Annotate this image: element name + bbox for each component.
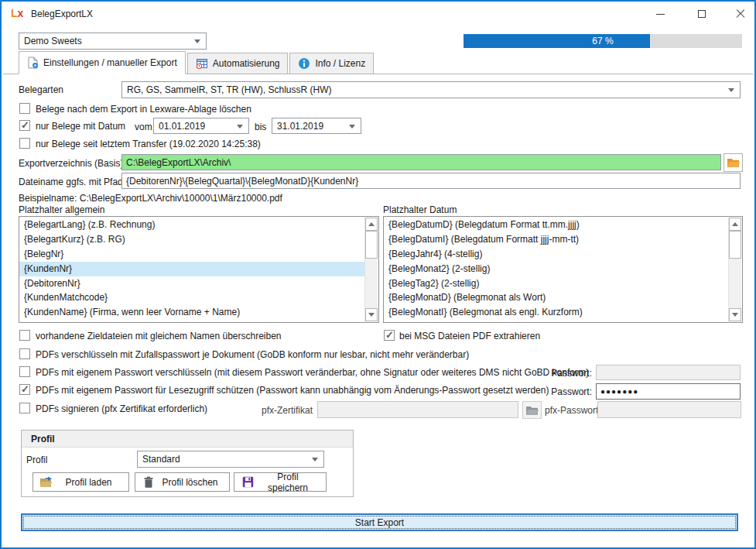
info-icon xyxy=(298,57,310,70)
scrollbar[interactable] xyxy=(364,218,378,321)
date-filter-checkbox[interactable] xyxy=(19,120,30,131)
close-button[interactable] xyxy=(727,2,754,26)
random-password-checkbox[interactable] xyxy=(19,348,30,359)
delete-after-export-checkbox[interactable] xyxy=(19,103,30,114)
date-from-label: vom xyxy=(135,122,152,132)
app-logo-icon: Lx xyxy=(11,7,28,22)
list-item[interactable]: {BelegMonatI} (Belegmonat als engl. Kurz… xyxy=(384,305,728,320)
tab-info[interactable]: Info / Lizenz xyxy=(289,53,374,74)
arrow-down-icon xyxy=(368,313,375,320)
list-item[interactable]: {KundenName} (Firma, wenn leer Vorname +… xyxy=(19,305,364,320)
tab-automation-label: Automatisierung xyxy=(213,58,280,69)
overwrite-checkbox[interactable] xyxy=(19,330,30,341)
profil-select[interactable]: Standard xyxy=(137,451,324,468)
list-item[interactable]: {KundenNr} xyxy=(19,262,364,276)
sign-pdf-label: PDFs signieren (pfx Zertifikat erforderl… xyxy=(36,403,207,414)
read-password-checkbox[interactable] xyxy=(19,384,30,395)
browse-export-dir-button[interactable] xyxy=(724,153,743,172)
overwrite-label: vorhandene Zieldateien mit gleichem Name… xyxy=(36,331,282,341)
maximize-button[interactable] xyxy=(689,2,715,26)
list-item[interactable]: {BelegDatumD} (Belegdatum Format tt.mm.j… xyxy=(384,218,728,232)
profil-delete-label: Profil löschen xyxy=(162,477,229,488)
filename-label: Dateiname ggfs. mit Pfad xyxy=(19,177,123,187)
list-item[interactable]: {BelegartLang} (z.B. Rechnung) xyxy=(19,218,364,232)
chevron-down-icon xyxy=(194,39,200,46)
list-item[interactable]: {BelegJahr2} (2-stellig) xyxy=(384,320,728,322)
scroll-up-button[interactable] xyxy=(729,218,741,231)
date-from-picker[interactable]: 01.01.2019 xyxy=(153,118,249,134)
tab-settings[interactable]: Einstellungen / manueller Export xyxy=(19,51,186,74)
sign-pdf-checkbox[interactable] xyxy=(19,403,30,413)
delete-after-export-label: Belege nach dem Export in Lexware-Ablage… xyxy=(36,104,251,115)
profil-box-title: Profil xyxy=(22,431,353,448)
placeholders-date-label: Platzhalter Datum xyxy=(383,204,457,215)
tab-strip: Einstellungen / manueller Export Automat… xyxy=(19,51,374,74)
maximize-icon xyxy=(698,10,706,18)
profil-select-value: Standard xyxy=(142,454,180,465)
scrollbar-thumb[interactable] xyxy=(729,231,741,259)
example-name-text: Beispielname: C:\BelegExportLX\Archiv\10… xyxy=(19,193,282,204)
scrollbar-thumb[interactable] xyxy=(365,231,378,259)
company-select[interactable]: Demo Sweets xyxy=(19,33,207,50)
list-item[interactable]: {BelegTag2} (2-stellig) xyxy=(384,276,728,291)
msg-extract-label: bei MSG Dateien PDF extrahieren xyxy=(399,331,540,341)
placeholders-general-listbox[interactable]: {BelegartLang} (z.B. Rechnung){BelegartK… xyxy=(19,216,379,323)
export-progressbar: 67 % xyxy=(464,34,742,48)
list-item[interactable]: {DebitorenNr} xyxy=(19,276,364,291)
scroll-up-button[interactable] xyxy=(365,218,378,231)
chevron-down-icon xyxy=(237,125,243,132)
tab-automation[interactable]: Automatisierung xyxy=(187,53,289,74)
profil-save-button[interactable]: Profil speichern xyxy=(234,472,327,492)
pfx-cert-label: pfx-Zertifikat xyxy=(234,405,313,416)
close-icon xyxy=(736,9,745,19)
password2-input[interactable] xyxy=(596,383,741,400)
date-to-picker[interactable]: 31.01.2019 xyxy=(272,118,361,134)
list-item[interactable]: {KundenMatchcode} xyxy=(19,290,364,305)
list-item[interactable]: {BelegNr} xyxy=(19,247,364,262)
pfx-password-input[interactable] xyxy=(597,401,741,418)
list-item[interactable]: {KundenVorname} {KundenNachname} xyxy=(19,320,364,322)
minimize-icon xyxy=(656,14,665,15)
list-item[interactable]: {BelegMonat2} (2-stellig) xyxy=(384,262,728,276)
since-last-transfer-checkbox[interactable] xyxy=(19,138,30,149)
msg-extract-checkbox[interactable] xyxy=(384,330,395,341)
placeholders-date-rows: {BelegDatumD} (Belegdatum Format tt.mm.j… xyxy=(384,218,728,322)
profil-delete-button[interactable]: Profil löschen xyxy=(135,472,230,492)
folder-load-icon xyxy=(33,476,60,488)
tab-settings-label: Einstellungen / manueller Export xyxy=(43,57,177,68)
date-filter-label: nur Belege mit Datum xyxy=(36,121,125,132)
list-item[interactable]: {BelegDatumI} (Belegdatum Formatt jjjj-m… xyxy=(384,232,728,247)
start-export-button[interactable]: Start Export xyxy=(21,513,738,531)
scrollbar[interactable] xyxy=(728,218,741,321)
document-gear-icon xyxy=(27,57,39,69)
start-export-label: Start Export xyxy=(355,517,404,528)
filename-input[interactable] xyxy=(121,173,741,189)
belegarten-select-value: RG, GS, SammelR, ST, TR (HW), SchlussR (… xyxy=(127,84,331,95)
password1-label: Passwort: xyxy=(512,368,592,379)
belegarten-select[interactable]: RG, GS, SammelR, ST, TR (HW), SchlussR (… xyxy=(121,81,741,98)
browse-pfx-cert-button[interactable] xyxy=(522,401,542,419)
export-dir-label: Exportverzeichnis (Basis) xyxy=(19,158,123,169)
scroll-down-button[interactable] xyxy=(729,308,741,321)
title-bar: Lx BelegExportLX xyxy=(2,2,754,26)
pfx-cert-input[interactable] xyxy=(317,401,518,418)
own-password-checkbox[interactable] xyxy=(19,366,30,377)
list-item[interactable]: {BelegJahr4} (4-stellig) xyxy=(384,247,728,262)
password1-input[interactable] xyxy=(596,365,741,380)
pfx-password-label: pfx-Passwort xyxy=(545,405,598,416)
schedule-grid-clock-icon xyxy=(196,57,208,70)
placeholders-general-rows: {BelegartLang} (z.B. Rechnung){BelegartK… xyxy=(19,218,364,322)
minimize-button[interactable] xyxy=(647,2,673,26)
folder-open-icon xyxy=(525,405,539,416)
export-dir-input[interactable] xyxy=(121,154,721,170)
company-select-value: Demo Sweets xyxy=(24,36,82,46)
list-item[interactable]: {BelegartKurz} (z.B. RG) xyxy=(19,232,364,247)
scroll-down-button[interactable] xyxy=(365,308,378,321)
profil-load-button[interactable]: Profil laden xyxy=(32,472,129,492)
profil-load-label: Profil laden xyxy=(60,477,128,488)
list-item[interactable]: {BelegMonatD} (Belegmonat als Wort) xyxy=(384,290,728,305)
progress-label: 67 % xyxy=(464,36,742,46)
placeholders-date-listbox[interactable]: {BelegDatumD} (Belegdatum Format tt.mm.j… xyxy=(383,216,743,323)
folder-open-icon xyxy=(727,157,741,168)
app-window: Lx BelegExportLX Demo Sweets 67 % Einste… xyxy=(0,0,756,549)
